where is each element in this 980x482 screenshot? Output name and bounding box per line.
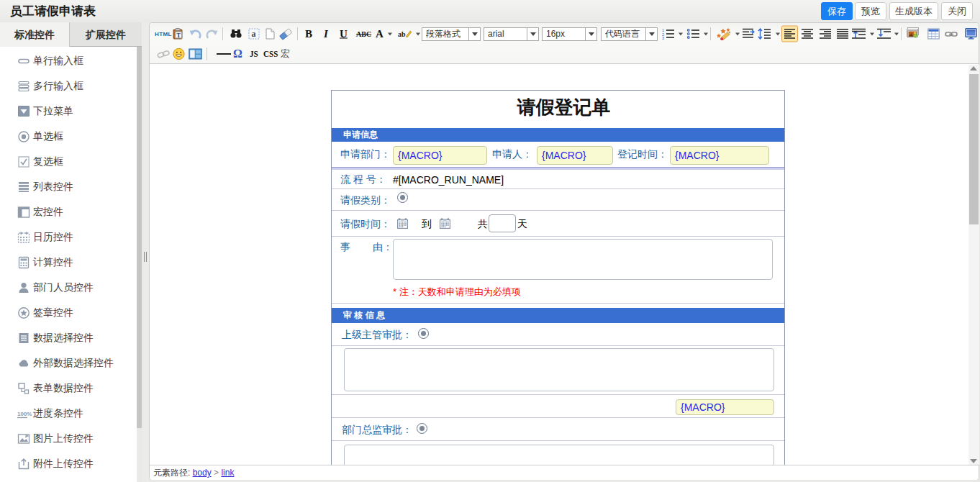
svg-text:T: T (177, 32, 181, 39)
svg-text:3: 3 (662, 36, 664, 40)
svg-text:ab: ab (398, 30, 406, 38)
svg-text:100%: 100% (17, 410, 32, 417)
svg-text:a: a (252, 29, 256, 39)
